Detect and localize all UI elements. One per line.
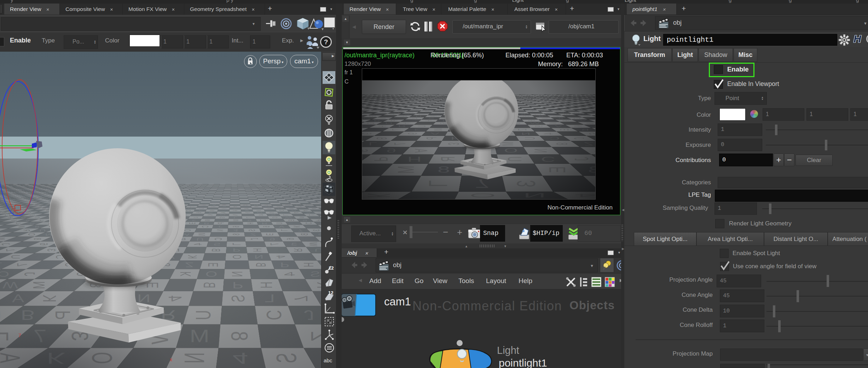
svg-text:12: 12: [329, 265, 334, 271]
svg-text:12: 12: [328, 290, 333, 295]
